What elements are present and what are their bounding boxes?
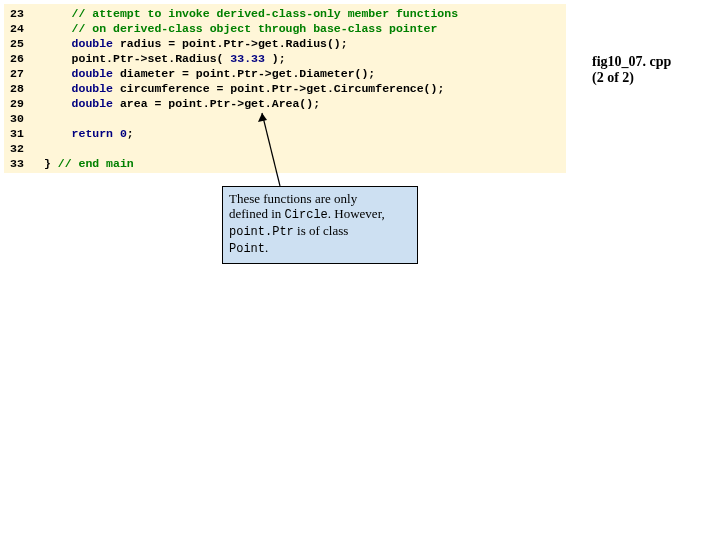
code-line: 24 // on derived-class object through ba…: [4, 21, 566, 36]
code-line: 28 double circumference = point.Ptr->get…: [4, 81, 566, 96]
line-number: 24: [4, 21, 44, 36]
code-content: // attempt to invoke derived-class-only …: [44, 6, 458, 21]
code-content: point.Ptr->set.Radius( 33.33 );: [44, 51, 286, 66]
line-number: 31: [4, 126, 44, 141]
code-line: 32: [4, 141, 566, 156]
code-content: double radius = point.Ptr->get.Radius();: [44, 36, 348, 51]
code-line: 26 point.Ptr->set.Radius( 33.33 );: [4, 51, 566, 66]
code-content: double circumference = point.Ptr->get.Ci…: [44, 81, 444, 96]
callout-text: These functions are only defined in Circ…: [229, 191, 411, 257]
line-number: 32: [4, 141, 44, 156]
code-line: 23 // attempt to invoke derived-class-on…: [4, 6, 566, 21]
code-line: 30: [4, 111, 566, 126]
code-content: double area = point.Ptr->get.Area();: [44, 96, 320, 111]
callout-box: These functions are only defined in Circ…: [222, 186, 418, 264]
code-content: // on derived-class object through base-…: [44, 21, 437, 36]
line-number: 25: [4, 36, 44, 51]
caption-filename: fig10_07. cpp: [592, 54, 671, 70]
code-line: 25 double radius = point.Ptr->get.Radius…: [4, 36, 566, 51]
code-content: return 0;: [44, 126, 134, 141]
line-number: 29: [4, 96, 44, 111]
code-content: double diameter = point.Ptr->get.Diamete…: [44, 66, 375, 81]
line-number: 27: [4, 66, 44, 81]
figure-caption: fig10_07. cpp (2 of 2): [592, 54, 671, 86]
line-number: 28: [4, 81, 44, 96]
line-number: 26: [4, 51, 44, 66]
code-content: } // end main: [44, 156, 134, 171]
caption-page: (2 of 2): [592, 70, 671, 86]
code-line: 31 return 0;: [4, 126, 566, 141]
code-line: 29 double area = point.Ptr->get.Area();: [4, 96, 566, 111]
code-line: 27 double diameter = point.Ptr->get.Diam…: [4, 66, 566, 81]
line-number: 33: [4, 156, 44, 171]
code-line: 33 } // end main: [4, 156, 566, 171]
line-number: 23: [4, 6, 44, 21]
code-block: 23 // attempt to invoke derived-class-on…: [4, 4, 566, 173]
line-number: 30: [4, 111, 44, 126]
